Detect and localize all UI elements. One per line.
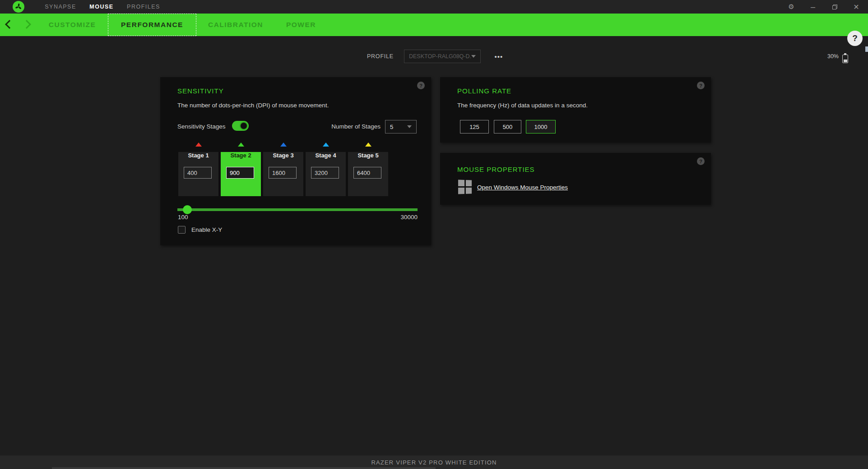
stage-5-card[interactable]: Stage 5 — [348, 152, 388, 196]
stage-4-card[interactable]: Stage 4 — [306, 152, 346, 196]
stage-2-column: Stage 2 — [221, 143, 261, 196]
tab-mouse[interactable]: MOUSE — [87, 0, 116, 14]
stage-3-label: Stage 3 — [263, 152, 303, 159]
restore-window-icon[interactable] — [826, 0, 843, 14]
razer-logo-icon[interactable] — [13, 1, 24, 13]
stage-4-dpi-input[interactable] — [311, 167, 339, 179]
forward-arrow-icon[interactable] — [22, 20, 31, 29]
taskbar-sliver — [52, 467, 436, 469]
toggle-knob — [240, 122, 248, 130]
restore-glyph — [832, 5, 837, 9]
profile-dropdown[interactable]: DESKTOP-RALG08Q-D... — [404, 50, 481, 63]
stage-2-label: Stage 2 — [221, 152, 261, 159]
sensitivity-description: The number of dots-per-inch (DPI) of mou… — [177, 102, 329, 109]
device-name: RAZER VIPER V2 PRO WHITE EDITION — [371, 459, 497, 466]
sensitivity-title: SENSITIVITY — [177, 87, 224, 95]
battery-icon — [842, 55, 848, 63]
razer-triskelion-icon — [15, 3, 22, 10]
scrollbar-thumb[interactable] — [865, 46, 868, 52]
stage-2-marker-icon — [238, 143, 244, 147]
stage-5-column: Stage 5 — [348, 143, 388, 196]
stage-3-card[interactable]: Stage 3 — [263, 152, 303, 196]
subtab-performance[interactable]: PERFORMANCE — [108, 14, 196, 36]
close-icon[interactable]: ✕ — [848, 0, 865, 14]
stage-2-card[interactable]: Stage 2 — [221, 152, 261, 196]
settings-gear-icon[interactable]: ⚙ — [783, 0, 800, 14]
stage-2-dpi-input[interactable] — [226, 167, 254, 179]
profile-dropdown-value: DESKTOP-RALG08Q-D... — [409, 53, 471, 60]
back-arrow-icon[interactable] — [5, 20, 14, 29]
minimize-icon[interactable]: – — [804, 0, 822, 14]
mouse-properties-panel: ? MOUSE PROPERTIES Open Windows Mouse Pr… — [440, 153, 711, 205]
stage-3-marker-icon — [280, 143, 287, 147]
stage-3-column: Stage 3 — [263, 143, 303, 196]
stage-5-marker-icon — [365, 143, 371, 147]
stage-1-dpi-input[interactable] — [184, 167, 212, 179]
stages-row: Stage 1 Stage 2 Stage 3 — [178, 143, 388, 196]
dpi-slider-track[interactable] — [177, 208, 418, 211]
windows-logo-icon — [458, 180, 472, 194]
profile-menu-button[interactable]: ••• — [490, 50, 508, 63]
polling-500-button[interactable]: 500 — [494, 120, 521, 133]
dpi-slider[interactable] — [177, 205, 418, 215]
battery-percent: 30% — [818, 53, 839, 60]
stage-1-marker-icon — [195, 143, 202, 147]
polling-help-icon[interactable]: ? — [697, 82, 705, 89]
stage-5-dpi-input[interactable] — [353, 167, 381, 179]
enable-xy-checkbox[interactable] — [178, 226, 186, 234]
sensitivity-panel: ? SENSITIVITY The number of dots-per-inc… — [160, 77, 431, 245]
sensitivity-stages-toggle[interactable] — [232, 121, 249, 131]
profile-label: PROFILE — [348, 53, 394, 60]
stage-3-dpi-input[interactable] — [269, 167, 297, 179]
mouse-properties-title: MOUSE PROPERTIES — [457, 166, 535, 173]
stage-1-card[interactable]: Stage 1 — [178, 152, 218, 196]
stage-5-label: Stage 5 — [348, 152, 388, 159]
enable-xy-label: Enable X-Y — [191, 226, 222, 233]
polling-rate-panel: ? POLLING RATE The frequency (Hz) of dat… — [440, 77, 711, 143]
sensitivity-stages-label: Sensitivity Stages — [177, 123, 226, 130]
dpi-min-label: 100 — [178, 214, 188, 221]
number-of-stages-dropdown[interactable]: 5 — [385, 120, 417, 133]
titlebar: SYNAPSE MOUSE PROFILES ⚙ – ✕ — [0, 0, 868, 14]
chevron-down-icon — [471, 55, 476, 58]
subtab-power[interactable]: POWER — [276, 14, 326, 36]
number-of-stages-label: Number of Stages — [290, 123, 381, 130]
dpi-max-label: 30000 — [354, 214, 418, 221]
device-subnav: CUSTOMIZE PERFORMANCE CALIBRATION POWER … — [0, 14, 868, 36]
polling-description: The frequency (Hz) of data updates in a … — [457, 102, 588, 109]
tab-profiles[interactable]: PROFILES — [127, 0, 160, 14]
polling-125-button[interactable]: 125 — [460, 120, 489, 133]
stage-4-label: Stage 4 — [306, 152, 346, 159]
stage-4-column: Stage 4 — [306, 143, 346, 196]
tab-synapse[interactable]: SYNAPSE — [45, 0, 76, 14]
razer-synapse-window: SYNAPSE MOUSE PROFILES ⚙ – ✕ CUSTOMIZE P… — [0, 0, 868, 469]
stage-4-marker-icon — [323, 143, 329, 147]
stage-1-label: Stage 1 — [178, 152, 218, 159]
chevron-down-icon — [407, 125, 412, 128]
subtab-calibration[interactable]: CALIBRATION — [203, 14, 268, 36]
polling-title: POLLING RATE — [457, 87, 511, 95]
polling-1000-button[interactable]: 1000 — [526, 120, 556, 133]
help-icon[interactable]: ? — [847, 31, 863, 46]
stage-1-column: Stage 1 — [178, 143, 218, 196]
subtab-customize[interactable]: CUSTOMIZE — [43, 14, 102, 36]
mouse-properties-help-icon[interactable]: ? — [697, 157, 705, 165]
dpi-slider-knob[interactable] — [183, 205, 192, 214]
number-of-stages-value: 5 — [390, 124, 407, 130]
open-windows-mouse-properties-link[interactable]: Open Windows Mouse Properties — [477, 184, 568, 191]
sensitivity-help-icon[interactable]: ? — [417, 82, 425, 89]
